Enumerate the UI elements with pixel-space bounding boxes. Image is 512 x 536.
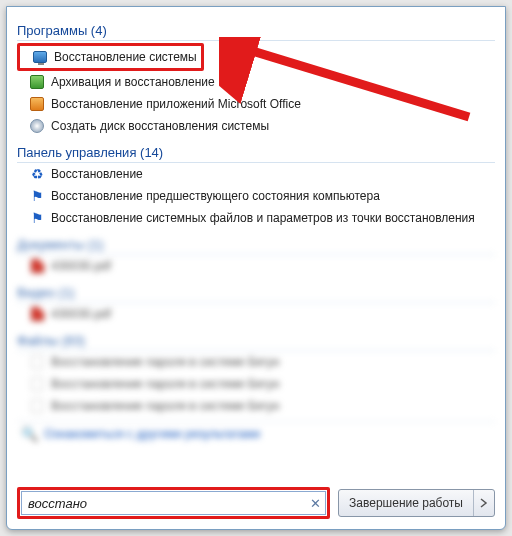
program-item-create-recovery-disc[interactable]: Создать диск восстановления системы [17,115,495,137]
pdf-icon [29,306,45,322]
clear-icon[interactable]: ✕ [310,496,321,511]
section-documents-label: Документы [17,237,84,252]
chevron-right-icon [480,498,488,508]
program-item-office-restore[interactable]: Восстановление приложений Microsoft Offi… [17,93,495,115]
pdf-icon [29,258,45,274]
section-video-header: Видео (1) [17,279,495,303]
flag-icon: ⚑ [29,188,45,204]
search-highlight: ✕ [17,487,330,519]
start-menu-search-panel: Программы (4) Восстановление системы Арх… [6,6,506,530]
cp-item-recovery[interactable]: ♻ Восстановление [17,163,495,185]
section-control-panel-label: Панель управления [17,145,136,160]
cp-item-label: Восстановление [51,166,143,182]
section-files-header: Файлы (83) [17,327,495,351]
disc-icon [29,118,45,134]
file-icon [29,354,45,370]
file-icon [29,376,45,392]
program-item-system-restore[interactable]: Восстановление системы [17,43,204,71]
see-more-results[interactable]: 🔍 Ознакомиться с другими результатами [17,421,495,446]
section-video-label: Видео [17,285,55,300]
program-item-label: Восстановление приложений Microsoft Offi… [51,96,301,112]
search-box[interactable]: ✕ [21,491,326,515]
restore-icon: ♻ [29,166,45,182]
file-item-label: Восстановление пароля в системе Бегун [51,398,279,414]
section-files-count: 83 [66,333,80,348]
section-documents-header: Документы (1) [17,231,495,255]
section-programs-header: Программы (4) [17,17,495,41]
cp-item-system-files-restore[interactable]: ⚑ Восстановление системных файлов и пара… [17,207,495,229]
search-input[interactable] [28,496,310,511]
shutdown-label[interactable]: Завершение работы [339,490,473,516]
file-item-label: Восстановление пароля в системе Бегун [51,354,279,370]
office-icon [29,96,45,112]
monitor-icon [32,49,48,65]
cp-item-label: Восстановление предшествующего состояния… [51,188,380,204]
section-control-panel-header: Панель управления (14) [17,139,495,163]
document-item[interactable]: 430030.pdf [17,255,495,277]
shutdown-button[interactable]: Завершение работы [338,489,495,517]
program-item-label: Архивация и восстановление [51,74,215,90]
cp-item-previous-state[interactable]: ⚑ Восстановление предшествующего состоян… [17,185,495,207]
cp-item-label: Восстановление системных файлов и параме… [51,210,475,226]
video-item[interactable]: 430030.pdf [17,303,495,325]
file-icon [29,398,45,414]
section-programs-count: 4 [95,23,102,38]
search-icon: 🔍 [21,426,38,442]
see-more-label: Ознакомиться с другими результатами [44,427,260,441]
flag-icon: ⚑ [29,210,45,226]
section-programs-label: Программы [17,23,87,38]
video-item-label: 430030.pdf [51,306,111,322]
backup-icon [29,74,45,90]
program-item-backup-restore[interactable]: Архивация и восстановление [17,71,495,93]
section-control-panel-count: 14 [144,145,158,160]
document-item-label: 430030.pdf [51,258,111,274]
section-video-count: 1 [63,285,70,300]
file-item[interactable]: Восстановление пароля в системе Бегун [17,351,495,373]
shutdown-caret[interactable] [473,490,494,516]
program-item-label: Создать диск восстановления системы [51,118,269,134]
file-item-label: Восстановление пароля в системе Бегун [51,376,279,392]
bottom-row: ✕ Завершение работы [17,487,495,519]
section-documents-count: 1 [92,237,99,252]
program-item-label: Восстановление системы [54,49,197,65]
section-files-label: Файлы [17,333,58,348]
file-item[interactable]: Восстановление пароля в системе Бегун [17,395,495,417]
file-item[interactable]: Восстановление пароля в системе Бегун [17,373,495,395]
